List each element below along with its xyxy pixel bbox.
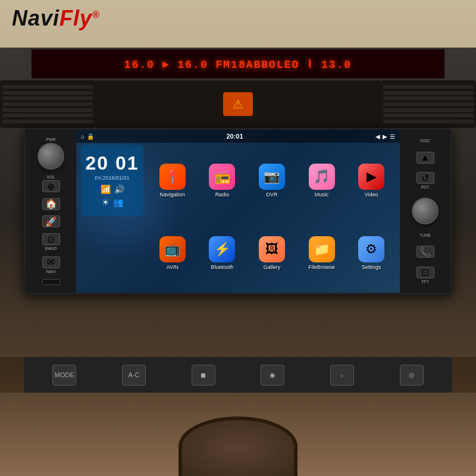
vent-slot <box>2 91 93 95</box>
radio-icon: 📻 <box>209 164 235 190</box>
navigation-label: Navigation <box>160 192 186 198</box>
app-item-navigation[interactable]: 📍Navigation <box>149 145 196 215</box>
phone-button[interactable]: 📞 <box>416 246 434 258</box>
band-button[interactable]: ⊙ <box>42 233 60 245</box>
dashboard: 16.0 ► 16.0 FM18ABBOLEO ⌇ 13.0 <box>0 48 476 476</box>
bluetooth-icon: ⚡ <box>209 236 235 262</box>
vol-control: VOL ⊕ <box>42 175 60 192</box>
bottom-controls: MODE A-C ◼ ◉ ⬦ ◎ <box>24 357 452 393</box>
band-label: BAND <box>45 246 57 250</box>
rst-control: ↺ RST <box>416 172 434 189</box>
disc-label: DISC <box>420 139 430 143</box>
vent-slot <box>383 96 474 100</box>
mode-button[interactable]: MODE <box>52 365 76 386</box>
rst-label: RST <box>421 185 430 189</box>
gallery-icon: 🖼 <box>259 236 285 262</box>
tft-control: ⊡ TFT <box>416 267 434 284</box>
brand-area: NaviFly® <box>12 6 100 31</box>
music-icon: 🎵 <box>309 164 335 190</box>
bottom-btn4[interactable]: ◉ <box>261 365 284 386</box>
vent-slot <box>383 114 474 117</box>
tft-label: TFT <box>421 280 429 284</box>
vent-slot <box>383 91 474 95</box>
menu-icon[interactable]: ☰ <box>390 133 395 140</box>
video-label: Video <box>365 192 378 198</box>
settings-label: Settings <box>362 264 381 270</box>
clock-date: Fri.2016/01/01 <box>95 175 129 181</box>
settings-icon: ⚙ <box>358 236 384 262</box>
vent-slot <box>2 120 93 123</box>
brand-suffix: Fly <box>60 6 92 30</box>
tft-button[interactable]: ⊡ <box>416 267 434 278</box>
navi-button[interactable]: ✉ <box>42 256 60 268</box>
navi-control: ✉ NAVI <box>42 256 60 274</box>
app-item-settings[interactable]: ⚙Settings <box>347 218 395 288</box>
pwr-knob[interactable] <box>37 143 64 170</box>
clock-time: 20 01 <box>85 154 139 173</box>
hazard-area: ⚠ <box>95 80 381 128</box>
avin-icon: 📺 <box>159 236 186 262</box>
video-icon: ▶ <box>358 164 384 190</box>
vol-button[interactable]: ⊕ <box>42 180 60 192</box>
screen-area: ⌂ 🔒 20:01 ◀ ▶ ☰ 20 01 Fri.2016/01/ <box>76 130 400 293</box>
right-vent <box>381 80 476 128</box>
brand-prefix: Navi <box>12 6 60 30</box>
ac-button[interactable]: A-C <box>122 365 146 386</box>
pwr-label: PWR <box>46 137 55 142</box>
usb-slot <box>42 279 60 285</box>
head-unit: PWR VOL ⊕ 🏠 🚀 ⊙ BAND ✉ NAVI <box>24 128 452 295</box>
right-controls-panel: DISC ▲ ↺ RST TUNE 📞 ⊡ TFT <box>400 130 450 293</box>
app-item-bluetooth[interactable]: ⚡Bluetooth <box>199 218 246 288</box>
avin-label: AVIN <box>167 264 178 270</box>
eject-button[interactable]: ▲ <box>416 152 434 164</box>
app-item-avin[interactable]: 📺AVIN <box>149 218 196 288</box>
vent-slot <box>2 85 93 89</box>
status-bar-left: ⌂ 🔒 <box>81 133 94 140</box>
next-icon[interactable]: ▶ <box>383 133 387 140</box>
people-icon: 👥 <box>113 198 123 207</box>
band-control: ⊙ BAND <box>42 233 60 250</box>
radio-label: Radio <box>215 192 230 198</box>
dvr-label: DVR <box>266 192 277 198</box>
tune-knob[interactable] <box>412 198 439 224</box>
app-grid: 📍Navigation📻Radio📷DVR🎵Music▶Video📺AVIN⚡B… <box>146 143 397 290</box>
app-item-video[interactable]: ▶Video <box>347 145 395 215</box>
filebrowse-icon: 📁 <box>309 236 335 262</box>
brand-logo: NaviFly® <box>12 6 100 30</box>
android-screen: ⌂ 🔒 20:01 ◀ ▶ ☰ 20 01 Fri.2016/01/ <box>76 130 400 293</box>
clock-widget: 20 01 Fri.2016/01/01 📶 🔊 ☀ 👥 <box>81 145 143 216</box>
hazard-button[interactable]: ⚠ <box>223 92 253 116</box>
vent-slot <box>2 114 93 117</box>
filebrowse-label: FileBrowse <box>308 264 335 270</box>
prev-icon[interactable]: ◀ <box>375 133 380 140</box>
navigation-icon: 📍 <box>159 164 186 190</box>
vent-slot <box>383 85 474 89</box>
app-item-filebrowse[interactable]: 📁FileBrowse <box>298 218 346 288</box>
app-item-radio[interactable]: 📻Radio <box>199 145 246 215</box>
vent-slot <box>2 108 93 112</box>
bluetooth-label: Bluetooth <box>211 264 233 270</box>
vent-slot <box>2 102 93 106</box>
vent-slot <box>2 96 93 100</box>
tune-label: TUNE <box>419 233 431 237</box>
gallery-label: Gallery <box>264 264 281 270</box>
vent-slot <box>383 108 474 112</box>
bottom-btn6[interactable]: ◎ <box>400 365 424 386</box>
app-item-dvr[interactable]: 📷DVR <box>248 145 296 215</box>
dvr-icon: 📷 <box>259 164 285 190</box>
bottom-btn5[interactable]: ⬦ <box>330 365 354 386</box>
status-time: 20:01 <box>226 133 243 140</box>
clock-icons-2: ☀ 👥 <box>102 198 123 207</box>
rocket-button[interactable]: 🚀 <box>42 215 60 227</box>
sound-icon: 🔊 <box>114 184 124 194</box>
app-item-music[interactable]: 🎵Music <box>298 145 346 215</box>
home-status-icon[interactable]: ⌂ <box>81 133 84 140</box>
led-text: 16.0 ► 16.0 FM18ABBOLEO ⌇ 13.0 <box>124 58 352 71</box>
lock-status-icon: 🔒 <box>87 133 94 140</box>
left-controls-panel: PWR VOL ⊕ 🏠 🚀 ⊙ BAND ✉ NAVI <box>26 130 76 293</box>
home-button[interactable]: 🏠 <box>42 198 60 210</box>
bottom-btn3[interactable]: ◼ <box>192 365 215 386</box>
app-item-gallery[interactable]: 🖼Gallery <box>248 218 296 288</box>
vent-slot <box>383 102 474 106</box>
rst-button[interactable]: ↺ <box>416 172 434 184</box>
